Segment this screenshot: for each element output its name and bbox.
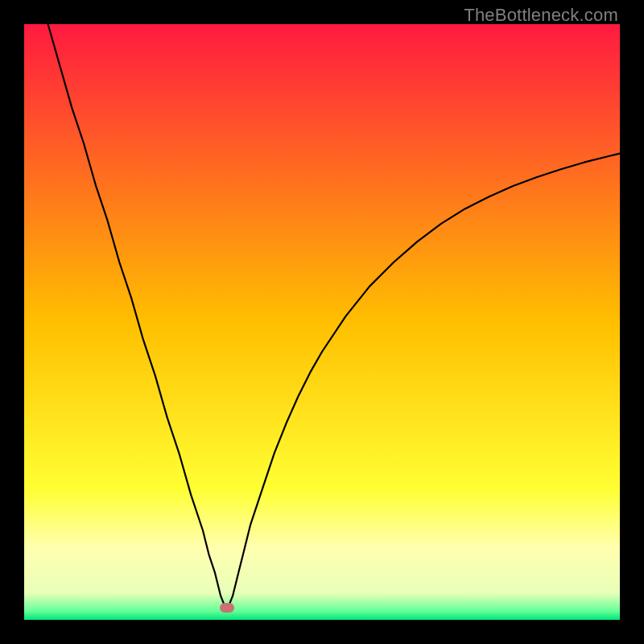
watermark-text: TheBottleneck.com [464,5,618,26]
chart-frame [24,24,620,620]
bottleneck-curve [24,24,620,620]
optimal-point-marker [220,603,234,613]
